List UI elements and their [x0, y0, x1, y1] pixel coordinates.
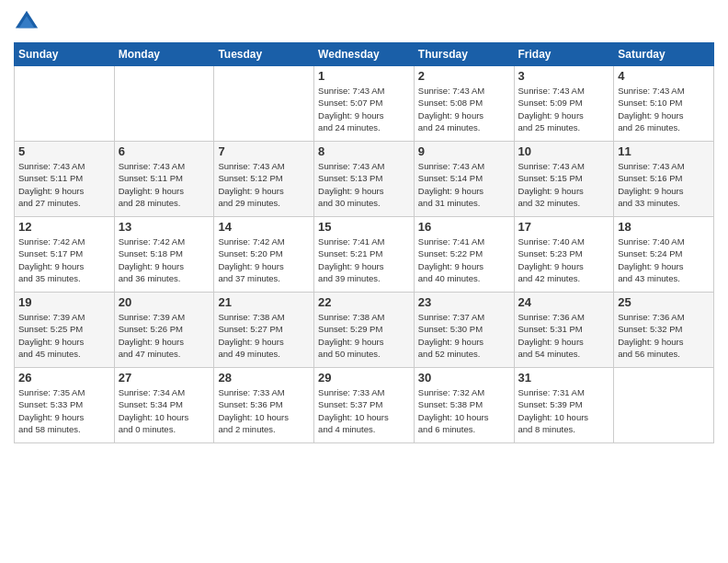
day-number: 16: [418, 220, 510, 234]
weekday-header-monday: Monday: [114, 43, 214, 66]
day-info: Sunrise: 7:37 AM Sunset: 5:30 PM Dayligh…: [418, 311, 510, 360]
logo: [14, 9, 43, 35]
day-info: Sunrise: 7:33 AM Sunset: 5:36 PM Dayligh…: [218, 386, 310, 435]
calendar-cell: [114, 66, 214, 142]
day-info: Sunrise: 7:40 AM Sunset: 5:23 PM Dayligh…: [518, 236, 610, 284]
day-info: Sunrise: 7:43 AM Sunset: 5:11 PM Dayligh…: [119, 160, 210, 209]
day-number: 5: [18, 144, 110, 158]
day-number: 30: [418, 371, 510, 385]
weekday-header-tuesday: Tuesday: [214, 43, 314, 66]
day-info: Sunrise: 7:34 AM Sunset: 5:34 PM Dayligh…: [119, 386, 210, 435]
day-number: 12: [18, 220, 110, 234]
day-info: Sunrise: 7:38 AM Sunset: 5:29 PM Dayligh…: [318, 311, 410, 360]
day-info: Sunrise: 7:42 AM Sunset: 5:17 PM Dayligh…: [18, 236, 110, 284]
day-number: 13: [119, 220, 210, 234]
header: [14, 9, 714, 35]
day-number: 20: [119, 295, 210, 309]
day-info: Sunrise: 7:41 AM Sunset: 5:21 PM Dayligh…: [318, 236, 410, 284]
calendar-table: SundayMondayTuesdayWednesdayThursdayFrid…: [14, 42, 714, 443]
day-number: 29: [318, 371, 410, 385]
day-number: 28: [218, 371, 310, 385]
calendar-container: SundayMondayTuesdayWednesdayThursdayFrid…: [0, 0, 728, 563]
calendar-cell: 28Sunrise: 7:33 AM Sunset: 5:36 PM Dayli…: [214, 368, 314, 443]
calendar-cell: 12Sunrise: 7:42 AM Sunset: 5:17 PM Dayli…: [15, 217, 115, 293]
day-info: Sunrise: 7:43 AM Sunset: 5:14 PM Dayligh…: [418, 160, 510, 209]
calendar-cell: 18Sunrise: 7:40 AM Sunset: 5:24 PM Dayli…: [614, 217, 714, 293]
day-info: Sunrise: 7:35 AM Sunset: 5:33 PM Dayligh…: [18, 386, 110, 435]
calendar-cell: 21Sunrise: 7:38 AM Sunset: 5:27 PM Dayli…: [214, 293, 314, 368]
calendar-cell: 26Sunrise: 7:35 AM Sunset: 5:33 PM Dayli…: [15, 368, 115, 443]
calendar-week-5: 26Sunrise: 7:35 AM Sunset: 5:33 PM Dayli…: [15, 368, 714, 443]
calendar-cell: 6Sunrise: 7:43 AM Sunset: 5:11 PM Daylig…: [114, 142, 214, 217]
day-number: 10: [518, 144, 610, 158]
calendar-week-1: 1Sunrise: 7:43 AM Sunset: 5:07 PM Daylig…: [15, 66, 714, 142]
calendar-cell: [15, 66, 115, 142]
day-number: 27: [119, 371, 210, 385]
day-info: Sunrise: 7:40 AM Sunset: 5:24 PM Dayligh…: [618, 236, 710, 284]
calendar-week-2: 5Sunrise: 7:43 AM Sunset: 5:11 PM Daylig…: [15, 142, 714, 217]
day-info: Sunrise: 7:42 AM Sunset: 5:20 PM Dayligh…: [218, 236, 310, 284]
day-number: 6: [119, 144, 210, 158]
calendar-cell: 23Sunrise: 7:37 AM Sunset: 5:30 PM Dayli…: [414, 293, 514, 368]
day-number: 11: [618, 144, 710, 158]
calendar-cell: 17Sunrise: 7:40 AM Sunset: 5:23 PM Dayli…: [514, 217, 614, 293]
calendar-header: SundayMondayTuesdayWednesdayThursdayFrid…: [15, 43, 714, 66]
weekday-header-wednesday: Wednesday: [314, 43, 415, 66]
calendar-cell: [214, 66, 314, 142]
calendar-cell: 8Sunrise: 7:43 AM Sunset: 5:13 PM Daylig…: [314, 142, 415, 217]
day-number: 31: [518, 371, 610, 385]
calendar-cell: 1Sunrise: 7:43 AM Sunset: 5:07 PM Daylig…: [314, 66, 415, 142]
weekday-header-saturday: Saturday: [614, 43, 714, 66]
day-info: Sunrise: 7:43 AM Sunset: 5:12 PM Dayligh…: [218, 160, 310, 209]
day-number: 7: [218, 144, 310, 158]
calendar-cell: 7Sunrise: 7:43 AM Sunset: 5:12 PM Daylig…: [214, 142, 314, 217]
calendar-cell: 14Sunrise: 7:42 AM Sunset: 5:20 PM Dayli…: [214, 217, 314, 293]
day-number: 21: [218, 295, 310, 309]
calendar-cell: 11Sunrise: 7:43 AM Sunset: 5:16 PM Dayli…: [614, 142, 714, 217]
day-info: Sunrise: 7:39 AM Sunset: 5:25 PM Dayligh…: [18, 311, 110, 360]
day-info: Sunrise: 7:43 AM Sunset: 5:08 PM Dayligh…: [418, 85, 510, 133]
calendar-week-4: 19Sunrise: 7:39 AM Sunset: 5:25 PM Dayli…: [15, 293, 714, 368]
day-info: Sunrise: 7:43 AM Sunset: 5:15 PM Dayligh…: [518, 160, 610, 209]
day-info: Sunrise: 7:43 AM Sunset: 5:13 PM Dayligh…: [318, 160, 410, 209]
calendar-cell: 25Sunrise: 7:36 AM Sunset: 5:32 PM Dayli…: [614, 293, 714, 368]
calendar-cell: 15Sunrise: 7:41 AM Sunset: 5:21 PM Dayli…: [314, 217, 415, 293]
day-number: 18: [618, 220, 710, 234]
calendar-cell: 30Sunrise: 7:32 AM Sunset: 5:38 PM Dayli…: [414, 368, 514, 443]
weekday-row: SundayMondayTuesdayWednesdayThursdayFrid…: [15, 43, 714, 66]
day-number: 1: [318, 69, 410, 83]
day-info: Sunrise: 7:43 AM Sunset: 5:16 PM Dayligh…: [618, 160, 710, 209]
day-info: Sunrise: 7:43 AM Sunset: 5:11 PM Dayligh…: [18, 160, 110, 209]
calendar-cell: 31Sunrise: 7:31 AM Sunset: 5:39 PM Dayli…: [514, 368, 614, 443]
day-number: 3: [518, 69, 610, 83]
day-number: 24: [518, 295, 610, 309]
calendar-cell: 24Sunrise: 7:36 AM Sunset: 5:31 PM Dayli…: [514, 293, 614, 368]
day-number: 25: [618, 295, 710, 309]
calendar-cell: 16Sunrise: 7:41 AM Sunset: 5:22 PM Dayli…: [414, 217, 514, 293]
day-info: Sunrise: 7:43 AM Sunset: 5:09 PM Dayligh…: [518, 85, 610, 133]
weekday-header-sunday: Sunday: [15, 43, 115, 66]
day-number: 15: [318, 220, 410, 234]
calendar-cell: 9Sunrise: 7:43 AM Sunset: 5:14 PM Daylig…: [414, 142, 514, 217]
weekday-header-friday: Friday: [514, 43, 614, 66]
day-info: Sunrise: 7:42 AM Sunset: 5:18 PM Dayligh…: [119, 236, 210, 284]
day-number: 22: [318, 295, 410, 309]
calendar-cell: 19Sunrise: 7:39 AM Sunset: 5:25 PM Dayli…: [15, 293, 115, 368]
day-info: Sunrise: 7:38 AM Sunset: 5:27 PM Dayligh…: [218, 311, 310, 360]
logo-icon: [14, 9, 40, 35]
calendar-cell: 27Sunrise: 7:34 AM Sunset: 5:34 PM Dayli…: [114, 368, 214, 443]
day-info: Sunrise: 7:41 AM Sunset: 5:22 PM Dayligh…: [418, 236, 510, 284]
day-info: Sunrise: 7:43 AM Sunset: 5:07 PM Dayligh…: [318, 85, 410, 133]
calendar-cell: 13Sunrise: 7:42 AM Sunset: 5:18 PM Dayli…: [114, 217, 214, 293]
day-info: Sunrise: 7:31 AM Sunset: 5:39 PM Dayligh…: [518, 386, 610, 435]
day-info: Sunrise: 7:36 AM Sunset: 5:32 PM Dayligh…: [618, 311, 710, 360]
day-number: 23: [418, 295, 510, 309]
day-number: 2: [418, 69, 510, 83]
calendar-cell: 5Sunrise: 7:43 AM Sunset: 5:11 PM Daylig…: [15, 142, 115, 217]
calendar-cell: 10Sunrise: 7:43 AM Sunset: 5:15 PM Dayli…: [514, 142, 614, 217]
day-number: 14: [218, 220, 310, 234]
day-number: 17: [518, 220, 610, 234]
calendar-cell: 20Sunrise: 7:39 AM Sunset: 5:26 PM Dayli…: [114, 293, 214, 368]
day-number: 9: [418, 144, 510, 158]
day-number: 8: [318, 144, 410, 158]
